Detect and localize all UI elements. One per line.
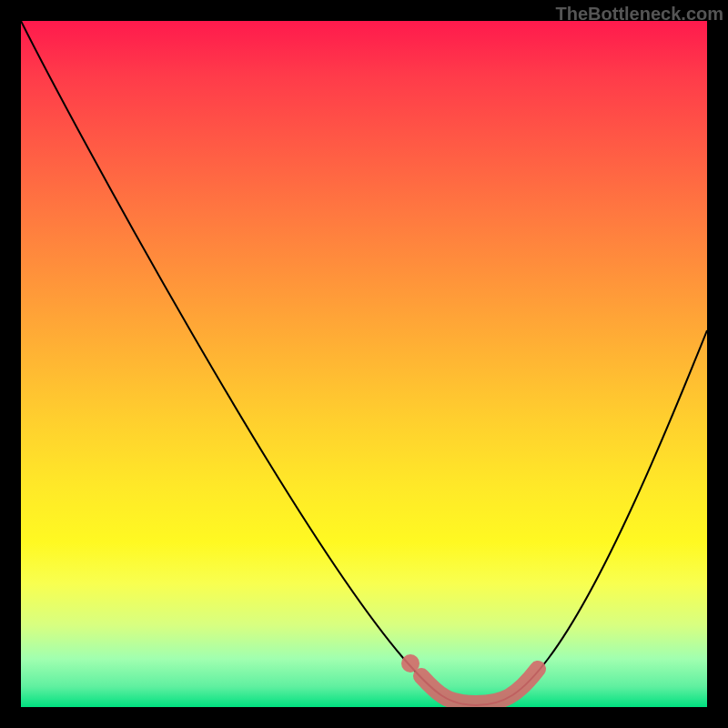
chart-container: TheBottleneck.com xyxy=(0,0,728,728)
watermark-text: TheBottleneck.com xyxy=(556,4,723,25)
chart-svg xyxy=(21,21,707,707)
highlight-optimal-zone xyxy=(421,669,538,703)
bottleneck-curve-line xyxy=(21,21,707,705)
